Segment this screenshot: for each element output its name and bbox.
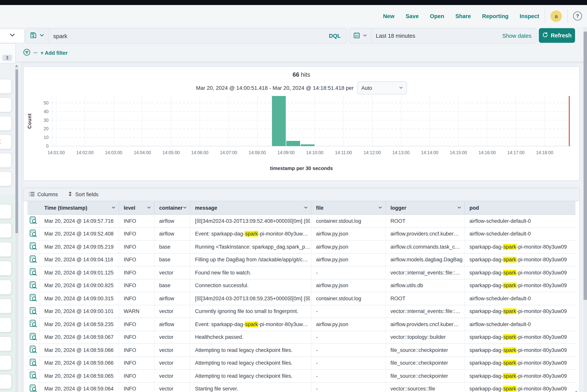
inspect-document-button[interactable] bbox=[30, 320, 37, 329]
inspect-document-button[interactable] bbox=[30, 333, 37, 342]
filter-icon[interactable] bbox=[23, 48, 30, 57]
column-header-message[interactable]: message bbox=[190, 201, 312, 214]
column-header-logger[interactable]: logger bbox=[386, 201, 465, 214]
inspect-document-button[interactable] bbox=[30, 216, 37, 226]
container-cell: base bbox=[154, 254, 190, 266]
interval-select[interactable]: Auto bbox=[357, 81, 407, 94]
message-text: Filling up the DagBag from /stackable/ap… bbox=[195, 257, 308, 263]
log-table-panel: Columns Sort fields Time (timestamp)leve… bbox=[23, 188, 580, 392]
container-cell: base bbox=[154, 240, 190, 253]
time-range-value[interactable]: Last 18 minutes bbox=[372, 33, 502, 39]
field-card[interactable] bbox=[0, 116, 12, 131]
x-tick: 14:03:00 bbox=[105, 150, 122, 155]
inspect-document-button[interactable] bbox=[30, 346, 37, 355]
field-card[interactable] bbox=[0, 280, 12, 294]
inspect-document-button[interactable] bbox=[30, 255, 37, 264]
inspect-document-button[interactable] bbox=[30, 372, 37, 381]
field-card[interactable] bbox=[0, 172, 12, 186]
y-tick: 50 bbox=[44, 100, 48, 106]
search-input[interactable] bbox=[48, 32, 324, 39]
chevron-down-icon[interactable] bbox=[378, 205, 382, 211]
column-header-level[interactable]: level bbox=[119, 201, 154, 214]
inspect-document-button[interactable] bbox=[30, 268, 37, 277]
histogram-bar[interactable] bbox=[301, 144, 314, 146]
inspect-document-button[interactable] bbox=[30, 281, 37, 290]
avatar[interactable]: a bbox=[550, 10, 562, 22]
container-cell: vector bbox=[154, 266, 190, 279]
help-icon[interactable]: ? bbox=[573, 12, 582, 20]
nav-link-open[interactable]: Open bbox=[430, 13, 444, 19]
logger-cell: ROOT bbox=[386, 292, 465, 305]
inspect-document-button[interactable] bbox=[30, 358, 37, 368]
pod-text: -pi-monitor-80y3uw09 bbox=[516, 257, 567, 263]
sort-fields-button[interactable]: Sort fields bbox=[68, 191, 98, 198]
chevron-down-icon[interactable] bbox=[183, 205, 187, 211]
field-card[interactable] bbox=[0, 336, 12, 351]
column-header-pod[interactable]: pod bbox=[465, 201, 576, 214]
field-card[interactable] bbox=[0, 261, 12, 276]
interval-value: Auto bbox=[361, 85, 372, 91]
field-card[interactable] bbox=[0, 134, 12, 149]
chevron-down-icon[interactable] bbox=[147, 205, 151, 211]
nav-link-share[interactable]: Share bbox=[456, 13, 471, 19]
container-cell: base bbox=[154, 279, 190, 292]
inspect-document-button[interactable] bbox=[30, 229, 37, 238]
file-cell: airflow.py.json bbox=[312, 228, 386, 240]
field-card[interactable] bbox=[0, 299, 12, 313]
chevron-down-icon[interactable] bbox=[112, 205, 116, 211]
inspect-document-button[interactable] bbox=[30, 242, 37, 252]
columns-button[interactable]: Columns bbox=[29, 191, 58, 198]
nav-link-new[interactable]: New bbox=[383, 13, 394, 19]
page-scrollbar-thumb[interactable] bbox=[584, 32, 587, 300]
field-card[interactable] bbox=[0, 223, 12, 238]
sidebar-collapse-button[interactable] bbox=[0, 28, 25, 43]
field-card[interactable] bbox=[0, 242, 12, 257]
histogram-bar[interactable] bbox=[286, 141, 300, 146]
pod-cell: airflow-scheduler-default-0 bbox=[465, 292, 576, 305]
pod-cell: sparkapp-dag-spark-pi-monitor-80y3uw09 bbox=[465, 344, 576, 356]
show-dates-button[interactable]: Show dates bbox=[502, 33, 536, 39]
field-card[interactable] bbox=[0, 204, 12, 219]
field-card[interactable] bbox=[0, 318, 12, 332]
saved-query-chevron-icon[interactable] bbox=[39, 32, 44, 39]
sidebar-scroll-up-icon[interactable] bbox=[15, 65, 18, 67]
pod-cell: sparkapp-dag-spark-pi-monitor-80y3uw09 bbox=[465, 382, 576, 392]
field-card[interactable] bbox=[0, 79, 12, 94]
column-header-container[interactable]: container bbox=[154, 201, 190, 214]
search-highlight: spark bbox=[503, 334, 516, 340]
chevron-down-icon[interactable] bbox=[457, 205, 461, 211]
saved-query-icon[interactable] bbox=[30, 32, 36, 40]
calendar-chevron-icon[interactable] bbox=[363, 32, 367, 39]
chevron-down-icon[interactable] bbox=[304, 205, 308, 211]
pod-text: sparkapp-dag- bbox=[470, 283, 503, 288]
refresh-button[interactable]: Refresh bbox=[539, 28, 575, 43]
search-highlight: spark bbox=[503, 244, 516, 250]
column-header-time[interactable]: Time (timestamp) bbox=[40, 201, 119, 214]
file-cell: container.stdout.log bbox=[312, 292, 386, 305]
log-table: Time (timestamp)levelcontainermessagefil… bbox=[27, 201, 576, 392]
field-card[interactable] bbox=[0, 356, 12, 370]
level-cell: INFO bbox=[119, 228, 154, 240]
inspect-document-button[interactable] bbox=[30, 384, 37, 392]
nav-link-save[interactable]: Save bbox=[406, 13, 419, 19]
field-card[interactable] bbox=[0, 153, 12, 168]
field-card[interactable] bbox=[0, 374, 12, 389]
sidebar-scrollbar[interactable] bbox=[16, 68, 18, 392]
pod-text: sparkapp-dag- bbox=[470, 308, 503, 314]
nav-link-reporting[interactable]: Reporting bbox=[482, 13, 508, 19]
inspect-document-button[interactable] bbox=[30, 294, 37, 303]
dql-button[interactable]: DQL bbox=[324, 33, 346, 39]
message-cell: Healthcheck passed. bbox=[190, 331, 312, 344]
table-row: Mar 20, 2024 @ 14:09:05.219INFObaseRunni… bbox=[27, 240, 576, 254]
sidebar-scrollbar-thumb[interactable] bbox=[16, 70, 18, 233]
histogram-bar[interactable] bbox=[272, 96, 286, 146]
field-card[interactable] bbox=[0, 98, 12, 112]
table-scroll-up-icon[interactable] bbox=[575, 391, 578, 392]
inspect-document-button[interactable] bbox=[30, 307, 37, 316]
search-highlight: spark bbox=[503, 270, 516, 276]
column-header-file[interactable]: file bbox=[312, 201, 386, 214]
level-cell: INFO bbox=[119, 331, 154, 344]
calendar-icon[interactable] bbox=[354, 32, 360, 40]
add-filter-button[interactable]: + Add filter bbox=[40, 50, 68, 56]
nav-link-inspect[interactable]: Inspect bbox=[520, 13, 539, 19]
